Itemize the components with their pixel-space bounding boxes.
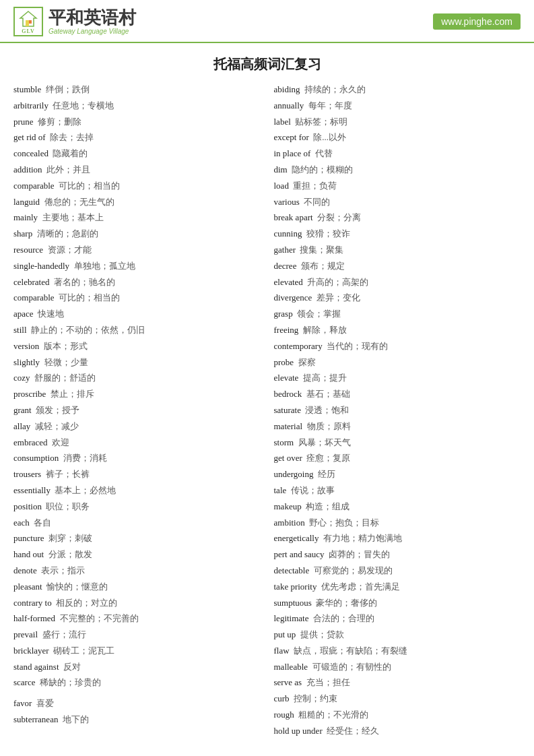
entry-english: label	[274, 117, 291, 127]
entry-english: favor	[13, 698, 32, 708]
entry-english: take priority	[274, 581, 317, 592]
list-item: favor 喜爱	[13, 697, 261, 711]
entry-english: subterranean	[13, 714, 58, 724]
list-item: consumption 消费；消耗	[13, 451, 261, 466]
entry-english: bedrock	[274, 389, 302, 399]
list-item: arbitrarily 任意地；专横地	[13, 99, 261, 113]
entry-chinese: 清晰的；急剧的	[37, 228, 98, 239]
entry-chinese: 豪华的；奢侈的	[316, 598, 377, 608]
entry-chinese: 绊倒；跌倒	[46, 84, 90, 94]
list-item: storm 风暴；坏天气	[274, 436, 521, 450]
list-item: tale 传说；故事	[274, 484, 521, 498]
list-item: makeup 构造；组成	[274, 500, 521, 514]
list-item: in place of 代替	[274, 147, 521, 161]
entry-english: position	[13, 501, 42, 511]
entry-english: each	[13, 517, 30, 528]
entry-english: energetically	[274, 533, 319, 543]
list-item: undergoing 经历	[274, 468, 521, 482]
logo-en: Gateway Language Village	[48, 28, 136, 35]
entry-english: storm	[274, 437, 294, 447]
entry-english: apace	[13, 309, 34, 319]
entry-chinese: 可比的；相当的	[59, 181, 120, 191]
entry-chinese: 轻微；少量	[44, 357, 88, 367]
entry-chinese: 搜集；聚集	[300, 245, 343, 255]
entry-english: except for	[274, 132, 309, 142]
entry-english: break apart	[274, 212, 313, 222]
entry-english: various	[274, 197, 300, 207]
entry-chinese: 消费；消耗	[63, 453, 107, 463]
entry-chinese: 基本上；必然地	[55, 485, 116, 495]
entry-chinese: 欢迎	[52, 437, 69, 447]
entry-chinese: 资源；才能	[48, 245, 92, 255]
entry-english: elevate	[274, 373, 299, 383]
entry-chinese: 此外；并且	[46, 164, 90, 175]
entry-chinese: 稀缺的；珍贵的	[40, 677, 101, 687]
list-item: except for 除...以外	[274, 131, 521, 145]
list-item: stumble 绊倒；跌倒	[13, 83, 261, 97]
entry-chinese: 颁布；规定	[301, 261, 345, 271]
entry-english: mainly	[13, 212, 38, 222]
entry-english: malleable	[274, 662, 308, 672]
list-item: load 重担；负荷	[274, 179, 521, 193]
entry-english: prune	[13, 117, 34, 127]
entry-chinese: 刺穿；刺破	[48, 533, 92, 543]
entry-english: saturate	[274, 405, 301, 415]
entry-english: stand against	[13, 662, 59, 672]
entry-chinese: 隐约的；模糊的	[292, 164, 353, 175]
list-item: abiding 持续的；永久的	[274, 83, 521, 97]
entry-english: single-handedly	[13, 261, 69, 271]
entry-chinese: 快速地	[38, 309, 64, 319]
entry-chinese: 探察	[298, 357, 316, 367]
entry-chinese: 著名的；驰名的	[54, 277, 115, 287]
entry-english: bricklayer	[13, 645, 49, 656]
list-item: malleable 可锻造的；有韧性的	[274, 660, 521, 674]
entry-chinese: 分派；散发	[48, 549, 92, 559]
entry-english: ambition	[274, 517, 305, 528]
entry-chinese: 除...以外	[313, 132, 346, 142]
entry-english: undergoing	[274, 469, 314, 479]
entry-english: sharp	[13, 228, 32, 239]
entry-chinese: 裤子；长裤	[46, 469, 90, 479]
list-item: position 职位；职务	[13, 500, 261, 514]
list-item: contrary to 相反的；对立的	[13, 596, 261, 610]
entry-english: divergence	[274, 292, 312, 303]
list-item: decree 颁布；规定	[274, 259, 521, 274]
entry-english: concealed	[13, 148, 48, 158]
entry-english: makeup	[274, 501, 302, 511]
entry-english: abiding	[274, 84, 300, 94]
list-item: embraced 欢迎	[13, 436, 261, 450]
entry-chinese: 浸透；饱和	[305, 405, 349, 415]
list-item: denote 表示；指示	[13, 564, 261, 578]
entry-chinese: 各自	[34, 517, 51, 528]
list-item: put up 提供；贷款	[274, 628, 521, 642]
entry-english: pleasant	[13, 581, 42, 592]
list-item: contemporary 当代的；现有的	[274, 340, 521, 354]
list-item: freeing 解除，释放	[274, 323, 521, 338]
entry-chinese: 当代的；现有的	[327, 341, 388, 351]
list-item: rough 粗糙的；不光滑的	[274, 708, 521, 722]
list-item: sharp 清晰的；急剧的	[13, 227, 261, 241]
list-item: resource 资源；才能	[13, 243, 261, 257]
logo-icon: GLV	[13, 7, 43, 36]
entry-english: elevated	[274, 277, 303, 287]
list-item: essentially 基本上；必然地	[13, 484, 261, 498]
entry-chinese: 倦怠的；无生气的	[44, 197, 114, 207]
entry-chinese: 舒服的；舒适的	[34, 373, 96, 383]
list-item: comparable 可比的；相当的	[13, 179, 261, 193]
entry-chinese: 静止的；不动的；依然，仍旧	[31, 325, 145, 335]
entry-chinese: 构造；组成	[306, 501, 349, 511]
list-item: prevail 盛行；流行	[13, 628, 261, 642]
list-item: hold up under 经受住；经久	[274, 724, 521, 738]
list-item: languid 倦怠的；无生气的	[13, 195, 261, 210]
list-item: subterranean 地下的	[13, 713, 261, 727]
entry-chinese: 隐藏着的	[53, 148, 88, 158]
entry-chinese: 修剪；删除	[38, 117, 81, 127]
list-item: ambition 野心；抱负；目标	[274, 516, 521, 530]
entry-chinese: 可锻造的；有韧性的	[312, 662, 391, 672]
entry-english: languid	[13, 197, 40, 207]
entry-english: hold up under	[274, 726, 323, 736]
entry-chinese: 领会；掌握	[297, 309, 341, 319]
entry-english: tale	[274, 485, 287, 495]
entry-english: cozy	[13, 373, 30, 383]
entry-chinese: 主要地；基本上	[42, 212, 104, 222]
